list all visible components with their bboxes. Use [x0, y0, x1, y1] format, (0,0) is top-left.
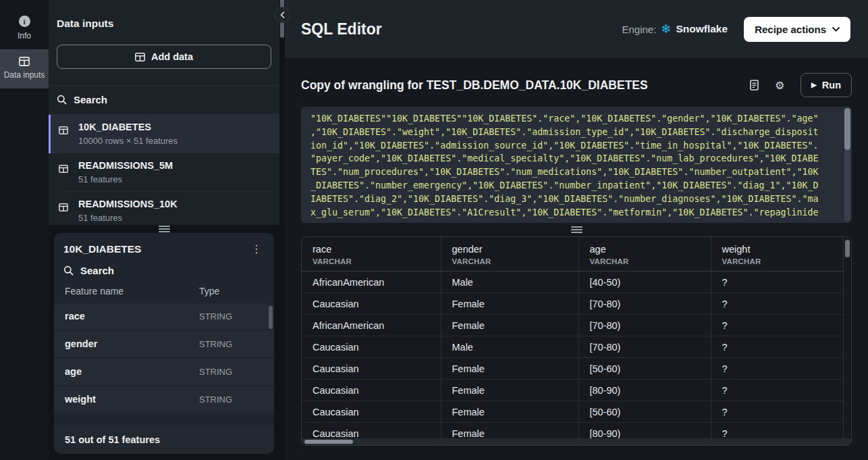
- table-cell[interactable]: Female: [441, 315, 578, 336]
- table-icon: [135, 53, 145, 61]
- feature-list-scrollbar[interactable]: [269, 306, 273, 329]
- column-type: VARCHAR: [590, 257, 700, 265]
- gear-icon: ⚙: [775, 79, 784, 92]
- search-label: Search: [74, 94, 107, 105]
- more-options-button[interactable]: ⋮: [248, 242, 265, 255]
- dataset-search[interactable]: Search: [49, 86, 279, 115]
- dataset-item-readmissions-10k[interactable]: READMISSIONS_10K 51 features: [49, 192, 279, 225]
- table-cell[interactable]: Female: [441, 293, 578, 315]
- feature-row-age[interactable]: age STRING: [54, 359, 274, 385]
- table-cell[interactable]: Caucasian: [302, 380, 441, 401]
- table-row: CaucasianFemale[80-90)?: [302, 380, 843, 401]
- search-icon: [57, 95, 67, 105]
- table-cell[interactable]: ?: [711, 336, 843, 358]
- table-cell[interactable]: Female: [441, 358, 578, 380]
- table-vertical-scrollbar-thumb[interactable]: [845, 240, 850, 257]
- table-icon: [19, 57, 30, 66]
- main-header: SQL Editor Engine: ❄ Snowflake Recipe ac…: [285, 0, 868, 58]
- dataset-list: 10K_DIABETES 10000 rows × 51 features RE…: [49, 115, 279, 225]
- add-data-button[interactable]: Add data: [57, 45, 271, 69]
- feature-name: age: [65, 366, 199, 377]
- panel-resize-handle[interactable]: [49, 225, 279, 233]
- rail-item-info[interactable]: i Info: [0, 8, 49, 49]
- left-panel-column: Data inputs Add data Search 10: [49, 0, 279, 460]
- recipe-actions-label: Recipe actions: [755, 24, 826, 35]
- rail-item-data-inputs[interactable]: Data inputs: [0, 49, 49, 88]
- results-resize-handle[interactable]: [285, 223, 868, 236]
- engine-name: Snowflake: [676, 23, 728, 35]
- selected-dataset-title: 10K_DIABETES: [63, 243, 141, 255]
- table-row: CaucasianMale[70-80)?: [302, 336, 843, 358]
- table-cell[interactable]: [50-60): [578, 401, 711, 423]
- dataset-name: READMISSIONS_5M: [78, 159, 270, 172]
- table-cell[interactable]: Male: [441, 272, 578, 293]
- notebook-icon-button[interactable]: [744, 76, 764, 95]
- column-header-gender[interactable]: gender VARCHAR: [441, 237, 578, 272]
- search-icon: [63, 265, 74, 276]
- table-cell[interactable]: ?: [711, 272, 843, 293]
- play-icon: ▶: [811, 82, 817, 88]
- column-header-weight[interactable]: weight VARCHAR: [711, 237, 843, 272]
- feature-browser-panel: 10K_DIABETES ⋮ Search Feature name Type …: [54, 233, 274, 454]
- feature-row-weight[interactable]: weight STRING: [54, 386, 274, 413]
- table-cell[interactable]: Caucasian: [302, 358, 441, 380]
- table-cell[interactable]: [70-80): [578, 293, 711, 315]
- column-name: race: [313, 243, 430, 255]
- table-cell[interactable]: AfricanAmerican: [302, 315, 441, 336]
- dataset-item-10k-diabetes[interactable]: 10K_DIABETES 10000 rows × 51 features: [49, 115, 279, 153]
- table-cell[interactable]: Male: [441, 336, 578, 358]
- table-horizontal-scrollbar: [302, 438, 851, 445]
- table-cell[interactable]: ?: [711, 293, 843, 315]
- drag-grip-icon: [159, 226, 170, 232]
- feature-name: weight: [65, 394, 199, 405]
- table-row: CaucasianFemale[50-60)?: [302, 401, 843, 423]
- feature-type: STRING: [199, 311, 263, 322]
- feature-search[interactable]: Search: [54, 258, 274, 280]
- column-header-age[interactable]: age VARCHAR: [578, 237, 711, 272]
- column-name: gender: [452, 243, 568, 255]
- settings-gear-button[interactable]: ⚙: [769, 76, 790, 95]
- table-cell[interactable]: [80-90): [578, 380, 711, 401]
- recipe-actions-button[interactable]: Recipe actions: [744, 17, 850, 42]
- table-horizontal-scrollbar-thumb[interactable]: [304, 440, 353, 444]
- feature-count-footer: 51 out of 51 features: [54, 426, 274, 454]
- run-label: Run: [822, 80, 841, 91]
- table-cell[interactable]: [70-80): [578, 315, 711, 336]
- table-cell[interactable]: [70-80): [578, 336, 711, 358]
- table-cell[interactable]: ?: [711, 401, 843, 423]
- table-icon: [59, 165, 68, 173]
- collapse-panel-button[interactable]: [274, 7, 290, 23]
- feature-row-gender[interactable]: gender STRING: [54, 331, 274, 357]
- table-cell[interactable]: Caucasian: [302, 401, 441, 423]
- app-window: i Info Data inputs Data inputs Add data: [0, 0, 868, 460]
- feature-type: STRING: [199, 339, 263, 349]
- left-rail: i Info Data inputs: [0, 0, 49, 460]
- table-row: AfricanAmericanFemale[70-80)?: [302, 315, 843, 336]
- table-cell[interactable]: ?: [711, 380, 843, 401]
- column-header-race[interactable]: race VARCHAR: [302, 237, 441, 272]
- table-cell[interactable]: Female: [441, 380, 578, 401]
- table-cell[interactable]: AfricanAmerican: [302, 272, 441, 293]
- table-cell[interactable]: ?: [711, 358, 843, 380]
- sql-code-editor[interactable]: "10K_DIABETES""10K_DIABETES""10K_DIABETE…: [301, 107, 852, 223]
- table-cell[interactable]: ?: [711, 315, 843, 336]
- dataset-meta: 51 features: [78, 174, 270, 185]
- sql-code-text: "10K_DIABETES""10K_DIABETES""10K_DIABETE…: [301, 107, 852, 223]
- query-title: Copy of wrangling for TEST_DB.DEMO_DATA.…: [301, 78, 738, 93]
- feature-name: race: [65, 311, 199, 322]
- column-name: weight: [722, 243, 833, 255]
- run-button[interactable]: ▶ Run: [801, 73, 852, 97]
- feature-list: race STRING gender STRING age STRING wei…: [54, 303, 274, 424]
- dataset-meta: 51 features: [78, 212, 270, 224]
- feature-row-race[interactable]: race STRING: [54, 303, 274, 330]
- table-cell[interactable]: Caucasian: [302, 336, 441, 358]
- search-label: Search: [80, 265, 114, 276]
- table-cell[interactable]: Caucasian: [302, 293, 441, 315]
- dataset-item-readmissions-5m[interactable]: READMISSIONS_5M 51 features: [49, 153, 279, 192]
- panel-title: Data inputs: [49, 0, 279, 30]
- code-scrollbar-thumb[interactable]: [844, 108, 850, 150]
- table-cell[interactable]: Female: [441, 401, 578, 423]
- table-row: AfricanAmericanMale[40-50)?: [302, 272, 843, 293]
- table-cell[interactable]: [40-50): [578, 272, 711, 293]
- table-cell[interactable]: [50-60): [578, 358, 711, 380]
